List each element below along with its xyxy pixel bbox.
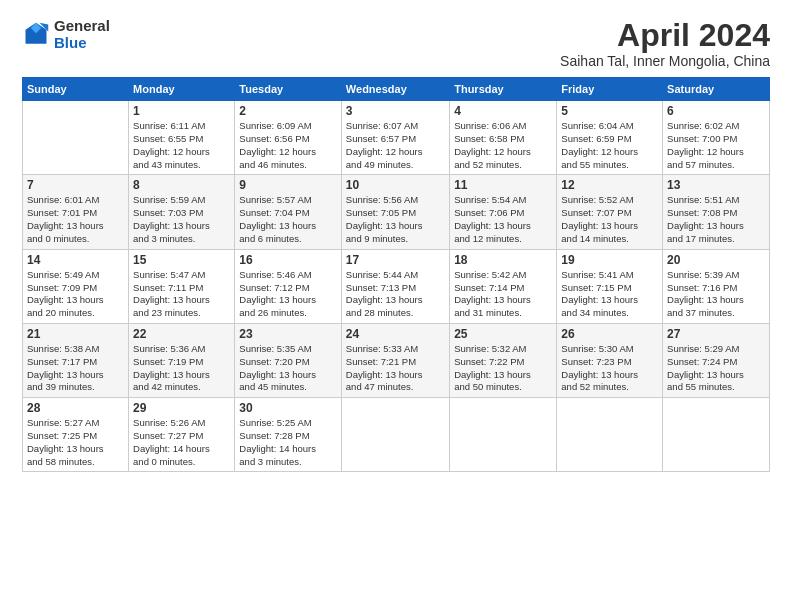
calendar-cell: 14Sunrise: 5:49 AM Sunset: 7:09 PM Dayli… <box>23 249 129 323</box>
day-number: 17 <box>346 253 445 267</box>
calendar-cell: 18Sunrise: 5:42 AM Sunset: 7:14 PM Dayli… <box>450 249 557 323</box>
calendar-cell: 24Sunrise: 5:33 AM Sunset: 7:21 PM Dayli… <box>341 323 449 397</box>
calendar-cell: 5Sunrise: 6:04 AM Sunset: 6:59 PM Daylig… <box>557 101 663 175</box>
logo-blue-text: Blue <box>54 35 110 52</box>
calendar-cell: 9Sunrise: 5:57 AM Sunset: 7:04 PM Daylig… <box>235 175 342 249</box>
day-info: Sunrise: 6:01 AM Sunset: 7:01 PM Dayligh… <box>27 194 124 245</box>
day-number: 23 <box>239 327 337 341</box>
day-info: Sunrise: 5:52 AM Sunset: 7:07 PM Dayligh… <box>561 194 658 245</box>
logo-general-text: General <box>54 18 110 35</box>
header: General Blue April 2024 Saihan Tal, Inne… <box>22 18 770 69</box>
day-number: 26 <box>561 327 658 341</box>
day-number: 3 <box>346 104 445 118</box>
day-info: Sunrise: 5:49 AM Sunset: 7:09 PM Dayligh… <box>27 269 124 320</box>
day-info: Sunrise: 5:36 AM Sunset: 7:19 PM Dayligh… <box>133 343 230 394</box>
logo: General Blue <box>22 18 110 51</box>
day-info: Sunrise: 5:51 AM Sunset: 7:08 PM Dayligh… <box>667 194 765 245</box>
day-info: Sunrise: 5:46 AM Sunset: 7:12 PM Dayligh… <box>239 269 337 320</box>
day-info: Sunrise: 6:07 AM Sunset: 6:57 PM Dayligh… <box>346 120 445 171</box>
calendar-cell: 30Sunrise: 5:25 AM Sunset: 7:28 PM Dayli… <box>235 398 342 472</box>
location-subtitle: Saihan Tal, Inner Mongolia, China <box>560 53 770 69</box>
day-number: 24 <box>346 327 445 341</box>
calendar-cell: 15Sunrise: 5:47 AM Sunset: 7:11 PM Dayli… <box>129 249 235 323</box>
calendar-header-monday: Monday <box>129 78 235 101</box>
day-info: Sunrise: 6:09 AM Sunset: 6:56 PM Dayligh… <box>239 120 337 171</box>
calendar-cell: 3Sunrise: 6:07 AM Sunset: 6:57 PM Daylig… <box>341 101 449 175</box>
calendar-cell: 16Sunrise: 5:46 AM Sunset: 7:12 PM Dayli… <box>235 249 342 323</box>
day-number: 14 <box>27 253 124 267</box>
day-info: Sunrise: 5:26 AM Sunset: 7:27 PM Dayligh… <box>133 417 230 468</box>
day-number: 21 <box>27 327 124 341</box>
calendar-header-tuesday: Tuesday <box>235 78 342 101</box>
day-info: Sunrise: 5:44 AM Sunset: 7:13 PM Dayligh… <box>346 269 445 320</box>
day-number: 7 <box>27 178 124 192</box>
calendar-cell: 8Sunrise: 5:59 AM Sunset: 7:03 PM Daylig… <box>129 175 235 249</box>
calendar-cell: 28Sunrise: 5:27 AM Sunset: 7:25 PM Dayli… <box>23 398 129 472</box>
day-info: Sunrise: 5:33 AM Sunset: 7:21 PM Dayligh… <box>346 343 445 394</box>
calendar-cell: 2Sunrise: 6:09 AM Sunset: 6:56 PM Daylig… <box>235 101 342 175</box>
day-number: 2 <box>239 104 337 118</box>
calendar-cell: 7Sunrise: 6:01 AM Sunset: 7:01 PM Daylig… <box>23 175 129 249</box>
calendar-cell: 17Sunrise: 5:44 AM Sunset: 7:13 PM Dayli… <box>341 249 449 323</box>
calendar-week-5: 28Sunrise: 5:27 AM Sunset: 7:25 PM Dayli… <box>23 398 770 472</box>
calendar-cell: 21Sunrise: 5:38 AM Sunset: 7:17 PM Dayli… <box>23 323 129 397</box>
day-info: Sunrise: 5:32 AM Sunset: 7:22 PM Dayligh… <box>454 343 552 394</box>
month-title: April 2024 <box>560 18 770 53</box>
day-info: Sunrise: 5:59 AM Sunset: 7:03 PM Dayligh… <box>133 194 230 245</box>
day-info: Sunrise: 6:06 AM Sunset: 6:58 PM Dayligh… <box>454 120 552 171</box>
calendar-cell <box>663 398 770 472</box>
day-number: 18 <box>454 253 552 267</box>
calendar-cell: 26Sunrise: 5:30 AM Sunset: 7:23 PM Dayli… <box>557 323 663 397</box>
day-info: Sunrise: 6:04 AM Sunset: 6:59 PM Dayligh… <box>561 120 658 171</box>
day-info: Sunrise: 5:47 AM Sunset: 7:11 PM Dayligh… <box>133 269 230 320</box>
calendar-header-saturday: Saturday <box>663 78 770 101</box>
calendar-cell: 6Sunrise: 6:02 AM Sunset: 7:00 PM Daylig… <box>663 101 770 175</box>
calendar-header-sunday: Sunday <box>23 78 129 101</box>
day-info: Sunrise: 5:27 AM Sunset: 7:25 PM Dayligh… <box>27 417 124 468</box>
day-info: Sunrise: 5:35 AM Sunset: 7:20 PM Dayligh… <box>239 343 337 394</box>
calendar-cell: 10Sunrise: 5:56 AM Sunset: 7:05 PM Dayli… <box>341 175 449 249</box>
calendar-week-2: 7Sunrise: 6:01 AM Sunset: 7:01 PM Daylig… <box>23 175 770 249</box>
day-number: 30 <box>239 401 337 415</box>
day-number: 1 <box>133 104 230 118</box>
calendar-cell: 4Sunrise: 6:06 AM Sunset: 6:58 PM Daylig… <box>450 101 557 175</box>
calendar-header-wednesday: Wednesday <box>341 78 449 101</box>
day-info: Sunrise: 6:11 AM Sunset: 6:55 PM Dayligh… <box>133 120 230 171</box>
day-number: 6 <box>667 104 765 118</box>
calendar-cell: 1Sunrise: 6:11 AM Sunset: 6:55 PM Daylig… <box>129 101 235 175</box>
calendar-week-3: 14Sunrise: 5:49 AM Sunset: 7:09 PM Dayli… <box>23 249 770 323</box>
day-number: 20 <box>667 253 765 267</box>
calendar-cell <box>341 398 449 472</box>
calendar-cell: 20Sunrise: 5:39 AM Sunset: 7:16 PM Dayli… <box>663 249 770 323</box>
day-info: Sunrise: 5:41 AM Sunset: 7:15 PM Dayligh… <box>561 269 658 320</box>
title-section: April 2024 Saihan Tal, Inner Mongolia, C… <box>560 18 770 69</box>
day-number: 8 <box>133 178 230 192</box>
day-number: 4 <box>454 104 552 118</box>
day-number: 11 <box>454 178 552 192</box>
calendar-week-4: 21Sunrise: 5:38 AM Sunset: 7:17 PM Dayli… <box>23 323 770 397</box>
day-info: Sunrise: 5:38 AM Sunset: 7:17 PM Dayligh… <box>27 343 124 394</box>
day-info: Sunrise: 5:57 AM Sunset: 7:04 PM Dayligh… <box>239 194 337 245</box>
day-number: 9 <box>239 178 337 192</box>
day-number: 16 <box>239 253 337 267</box>
day-number: 27 <box>667 327 765 341</box>
calendar-header-thursday: Thursday <box>450 78 557 101</box>
calendar-cell: 27Sunrise: 5:29 AM Sunset: 7:24 PM Dayli… <box>663 323 770 397</box>
day-info: Sunrise: 6:02 AM Sunset: 7:00 PM Dayligh… <box>667 120 765 171</box>
calendar-table: SundayMondayTuesdayWednesdayThursdayFrid… <box>22 77 770 472</box>
day-number: 13 <box>667 178 765 192</box>
day-info: Sunrise: 5:29 AM Sunset: 7:24 PM Dayligh… <box>667 343 765 394</box>
calendar-cell: 13Sunrise: 5:51 AM Sunset: 7:08 PM Dayli… <box>663 175 770 249</box>
calendar-cell: 11Sunrise: 5:54 AM Sunset: 7:06 PM Dayli… <box>450 175 557 249</box>
day-number: 28 <box>27 401 124 415</box>
day-number: 5 <box>561 104 658 118</box>
day-info: Sunrise: 5:56 AM Sunset: 7:05 PM Dayligh… <box>346 194 445 245</box>
day-number: 25 <box>454 327 552 341</box>
day-number: 22 <box>133 327 230 341</box>
calendar-cell: 25Sunrise: 5:32 AM Sunset: 7:22 PM Dayli… <box>450 323 557 397</box>
calendar-cell: 29Sunrise: 5:26 AM Sunset: 7:27 PM Dayli… <box>129 398 235 472</box>
logo-icon <box>22 21 50 49</box>
day-number: 15 <box>133 253 230 267</box>
logo-text: General Blue <box>54 18 110 51</box>
day-info: Sunrise: 5:30 AM Sunset: 7:23 PM Dayligh… <box>561 343 658 394</box>
